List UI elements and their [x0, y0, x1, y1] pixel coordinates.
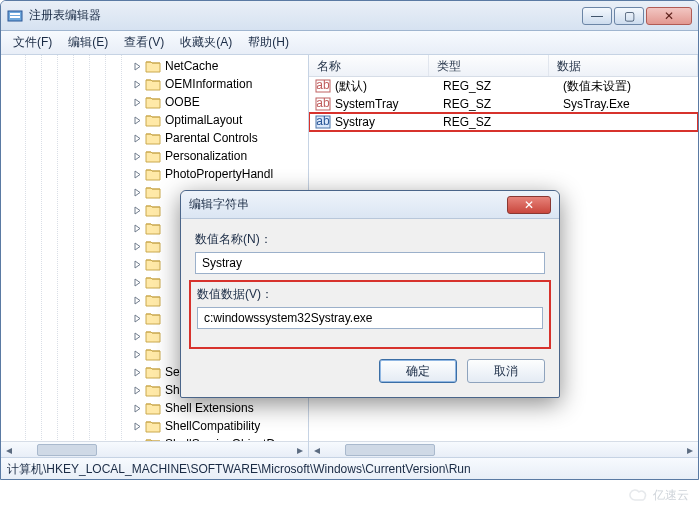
tree-label: OptimalLayout	[165, 113, 242, 127]
expand-icon[interactable]	[131, 242, 143, 251]
tree-item[interactable]: Shell Extensions	[1, 399, 308, 417]
maximize-button[interactable]: ▢	[614, 7, 644, 25]
expand-icon[interactable]	[131, 134, 143, 143]
scroll-right-icon[interactable]: ▸	[292, 442, 308, 458]
dialog-close-button[interactable]: ✕	[507, 196, 551, 214]
folder-icon	[145, 95, 161, 109]
tree-item[interactable]: Parental Controls	[1, 129, 308, 147]
string-icon: ab	[315, 97, 331, 111]
col-type[interactable]: 类型	[429, 55, 549, 76]
col-data[interactable]: 数据	[549, 55, 698, 76]
tree-item[interactable]: OOBE	[1, 93, 308, 111]
expand-icon[interactable]	[131, 350, 143, 359]
folder-icon	[145, 167, 161, 181]
expand-icon[interactable]	[131, 332, 143, 341]
folder-icon	[145, 329, 161, 343]
tree-hscroll[interactable]: ◂ ▸	[1, 441, 308, 457]
expand-icon[interactable]	[131, 80, 143, 89]
status-path: 计算机\HKEY_LOCAL_MACHINE\SOFTWARE\Microsof…	[7, 462, 471, 476]
folder-icon	[145, 113, 161, 127]
expand-icon[interactable]	[131, 116, 143, 125]
folder-icon	[145, 419, 161, 433]
expand-icon[interactable]	[131, 386, 143, 395]
tree-item[interactable]: OEMInformation	[1, 75, 308, 93]
dialog-titlebar[interactable]: 编辑字符串 ✕	[181, 191, 559, 219]
tree-item[interactable]: PhotoPropertyHandl	[1, 165, 308, 183]
expand-icon[interactable]	[131, 422, 143, 431]
menu-help[interactable]: 帮助(H)	[240, 32, 297, 53]
list-header[interactable]: 名称 类型 数据	[309, 55, 698, 77]
menubar: 文件(F) 编辑(E) 查看(V) 收藏夹(A) 帮助(H)	[1, 31, 698, 55]
titlebar[interactable]: 注册表编辑器 — ▢ ✕	[1, 1, 698, 31]
folder-icon	[145, 347, 161, 361]
value-data-field[interactable]	[197, 307, 543, 329]
expand-icon[interactable]	[131, 224, 143, 233]
value-data-label: 数值数据(V)：	[197, 286, 543, 303]
tree-label: Parental Controls	[165, 131, 258, 145]
folder-icon	[145, 185, 161, 199]
cell-type: REG_SZ	[443, 97, 563, 111]
tree-label: ShellCompatibility	[165, 419, 260, 433]
scroll-thumb[interactable]	[37, 444, 97, 456]
menu-edit[interactable]: 编辑(E)	[60, 32, 116, 53]
string-icon: ab	[315, 79, 331, 93]
expand-icon[interactable]	[131, 260, 143, 269]
menu-favorites[interactable]: 收藏夹(A)	[172, 32, 240, 53]
folder-icon	[145, 239, 161, 253]
scroll-thumb[interactable]	[345, 444, 435, 456]
expand-icon[interactable]	[131, 314, 143, 323]
list-row[interactable]: ab(默认)REG_SZ(数值未设置)	[309, 77, 698, 95]
folder-icon	[145, 59, 161, 73]
expand-icon[interactable]	[131, 62, 143, 71]
list-row[interactable]: abSystemTrayREG_SZSysTray.Exe	[309, 95, 698, 113]
cancel-button[interactable]: 取消	[467, 359, 545, 383]
cell-name: (默认)	[335, 78, 443, 95]
expand-icon[interactable]	[131, 278, 143, 287]
folder-icon	[145, 221, 161, 235]
cell-data: (数值未设置)	[563, 78, 698, 95]
expand-icon[interactable]	[131, 296, 143, 305]
statusbar: 计算机\HKEY_LOCAL_MACHINE\SOFTWARE\Microsof…	[1, 457, 698, 479]
expand-icon[interactable]	[131, 206, 143, 215]
col-name[interactable]: 名称	[309, 55, 429, 76]
tree-label: PhotoPropertyHandl	[165, 167, 273, 181]
value-name-field[interactable]	[195, 252, 545, 274]
folder-icon	[145, 131, 161, 145]
expand-icon[interactable]	[131, 404, 143, 413]
tree-item[interactable]: NetCache	[1, 57, 308, 75]
folder-icon	[145, 77, 161, 91]
menu-file[interactable]: 文件(F)	[5, 32, 60, 53]
list-row[interactable]: abSystrayREG_SZ	[309, 113, 698, 131]
folder-icon	[145, 257, 161, 271]
window-title: 注册表编辑器	[29, 7, 582, 24]
expand-icon[interactable]	[131, 170, 143, 179]
cell-type: REG_SZ	[443, 79, 563, 93]
tree-label: Personalization	[165, 149, 247, 163]
svg-rect-1	[10, 13, 20, 15]
tree-item[interactable]: OptimalLayout	[1, 111, 308, 129]
list-hscroll[interactable]: ◂ ▸	[309, 441, 698, 457]
svg-rect-2	[10, 16, 20, 18]
scroll-right-icon[interactable]: ▸	[682, 442, 698, 458]
folder-icon	[145, 293, 161, 307]
close-button[interactable]: ✕	[646, 7, 692, 25]
expand-icon[interactable]	[131, 188, 143, 197]
svg-text:ab: ab	[316, 115, 330, 128]
menu-view[interactable]: 查看(V)	[116, 32, 172, 53]
scroll-left-icon[interactable]: ◂	[1, 442, 17, 458]
folder-icon	[145, 401, 161, 415]
minimize-button[interactable]: —	[582, 7, 612, 25]
expand-icon[interactable]	[131, 98, 143, 107]
expand-icon[interactable]	[131, 368, 143, 377]
edit-string-dialog[interactable]: 编辑字符串 ✕ 数值名称(N)： 数值数据(V)： 确定 取消	[180, 190, 560, 398]
string-icon: ab	[315, 115, 331, 129]
tree-label: Shell Extensions	[165, 401, 254, 415]
ok-button[interactable]: 确定	[379, 359, 457, 383]
dialog-title: 编辑字符串	[189, 196, 507, 213]
tree-item[interactable]: ShellCompatibility	[1, 417, 308, 435]
expand-icon[interactable]	[131, 152, 143, 161]
tree-item[interactable]: Personalization	[1, 147, 308, 165]
cell-type: REG_SZ	[443, 115, 563, 129]
value-name-label: 数值名称(N)：	[195, 231, 545, 248]
scroll-left-icon[interactable]: ◂	[309, 442, 325, 458]
